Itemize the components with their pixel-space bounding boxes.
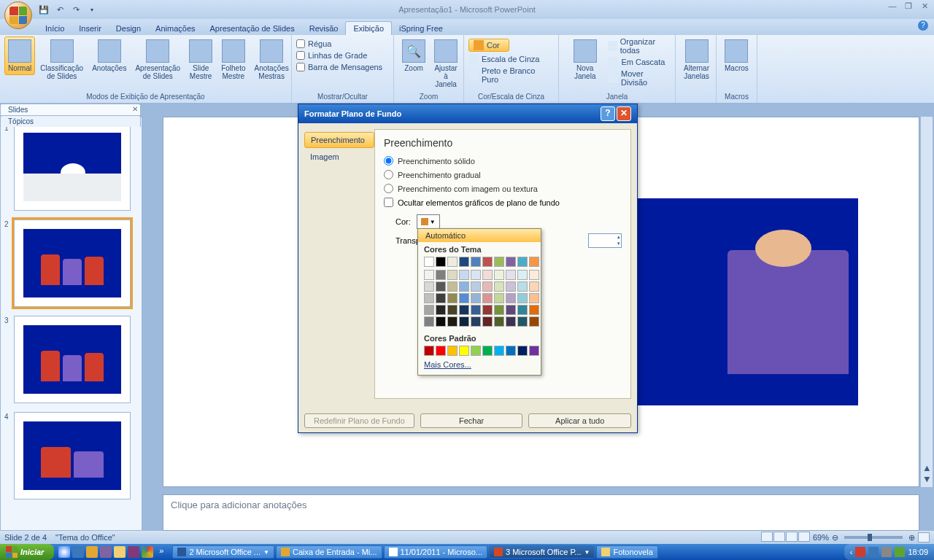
gradient-fill-radio[interactable]: Preenchimento gradual: [384, 170, 622, 179]
color-swatch[interactable]: [517, 257, 528, 267]
zoom-button[interactable]: 🔍Zoom: [398, 36, 429, 75]
ql-explorer-icon[interactable]: [114, 546, 126, 558]
color-swatch[interactable]: [459, 293, 469, 303]
system-tray[interactable]: ‹ 18:09: [844, 544, 934, 560]
color-swatch[interactable]: [459, 305, 469, 315]
color-swatch[interactable]: [436, 281, 446, 292]
cascade-button[interactable]: Em Cascata: [608, 57, 671, 67]
color-swatch[interactable]: [529, 305, 539, 315]
outline-tab[interactable]: Tópicos: [0, 115, 141, 127]
color-swatch[interactable]: [517, 305, 528, 315]
tab-animations[interactable]: Animações: [148, 22, 202, 35]
color-swatch[interactable]: [482, 257, 493, 267]
panel-close-icon[interactable]: ✕: [132, 105, 138, 113]
ql-firefox-icon[interactable]: [86, 546, 98, 558]
color-swatch[interactable]: [529, 270, 539, 280]
tab-design[interactable]: Design: [109, 22, 148, 35]
notes-pane[interactable]: Clique para adicionar anotações: [163, 494, 919, 531]
next-slide-icon[interactable]: ⯆: [921, 475, 933, 486]
slide-master-button[interactable]: Slide Mestre: [185, 36, 216, 83]
clock[interactable]: 18:09: [908, 548, 928, 556]
qat-dropdown-icon[interactable]: ▾: [86, 4, 98, 15]
color-swatch[interactable]: [436, 346, 446, 356]
zoom-slider[interactable]: [844, 536, 903, 539]
ql-onenote-icon[interactable]: [128, 546, 139, 558]
color-swatch[interactable]: [494, 293, 504, 303]
color-swatch[interactable]: [506, 257, 516, 267]
minimize-button[interactable]: —: [886, 1, 899, 12]
color-swatch[interactable]: [424, 305, 434, 315]
zoom-level[interactable]: 69%: [813, 533, 829, 542]
color-swatch[interactable]: [517, 346, 528, 356]
close-dialog-button[interactable]: Fechar: [420, 413, 523, 428]
color-swatch[interactable]: [506, 316, 516, 327]
automatic-color-option[interactable]: Automático: [418, 229, 541, 242]
color-swatch[interactable]: [424, 257, 434, 267]
color-swatch[interactable]: [471, 346, 481, 356]
color-swatch[interactable]: [494, 305, 504, 315]
color-swatch[interactable]: [447, 346, 458, 356]
fit-window-button[interactable]: Ajustar à Janela: [431, 36, 461, 91]
undo-icon[interactable]: ↶: [54, 4, 66, 15]
switch-windows-button[interactable]: Alternar Janelas: [680, 36, 713, 83]
new-window-button[interactable]: Nova Janela: [563, 36, 606, 83]
color-swatch[interactable]: [517, 293, 528, 303]
color-swatch[interactable]: [436, 305, 446, 315]
color-swatch[interactable]: [459, 316, 469, 327]
color-swatch[interactable]: [471, 270, 481, 280]
color-swatch[interactable]: [529, 316, 539, 327]
color-swatch[interactable]: [471, 316, 481, 327]
tray-network-icon[interactable]: [868, 547, 879, 557]
hide-bg-graphics-checkbox[interactable]: Ocultar elementos gráficos de plano de f…: [384, 198, 622, 207]
picture-fill-radio[interactable]: Preenchimento com imagem ou textura: [384, 184, 622, 193]
taskbar-item-powerpoint[interactable]: 3 Microsoft Office P...▼: [489, 545, 595, 559]
dialog-close-button[interactable]: ✕: [617, 106, 631, 121]
color-swatch[interactable]: [482, 270, 493, 280]
color-swatch[interactable]: [529, 293, 539, 303]
color-swatch[interactable]: [471, 257, 481, 267]
ql-chrome-icon[interactable]: [58, 546, 70, 558]
tray-shield-icon[interactable]: [855, 547, 865, 557]
color-swatch[interactable]: [517, 270, 528, 280]
grayscale-button[interactable]: Escala de Cinza: [468, 54, 554, 64]
color-swatch[interactable]: [459, 270, 469, 280]
tray-app-icon[interactable]: [895, 547, 905, 557]
redo-icon[interactable]: ↷: [70, 4, 82, 15]
normal-view-button[interactable]: Normal: [4, 36, 35, 75]
tab-review[interactable]: Revisão: [302, 22, 346, 35]
tab-home[interactable]: Início: [38, 22, 72, 35]
color-swatch[interactable]: [471, 293, 481, 303]
slideshow-button[interactable]: Apresentação de Slides: [131, 36, 184, 83]
zoom-out-icon[interactable]: ⊖: [832, 533, 838, 542]
color-swatch[interactable]: [482, 305, 493, 315]
zoom-in-icon[interactable]: ⊕: [908, 533, 915, 542]
picture-category[interactable]: Imagem: [304, 149, 374, 164]
color-swatch[interactable]: [506, 281, 516, 292]
thumbnail-4[interactable]: 4: [14, 412, 131, 499]
vertical-scrollbar[interactable]: ⯅⯆: [921, 117, 933, 487]
office-button[interactable]: [4, 1, 32, 29]
color-swatch[interactable]: [482, 316, 493, 327]
taskbar-item-word[interactable]: 2 Microsoft Office ...▼: [172, 545, 274, 559]
color-swatch[interactable]: [424, 281, 434, 292]
color-swatch[interactable]: [494, 257, 504, 267]
solid-fill-radio[interactable]: Preenchimento sólido: [384, 156, 622, 166]
ql-app-icon[interactable]: [100, 546, 112, 558]
color-swatch[interactable]: [447, 257, 458, 267]
move-split-button[interactable]: Mover Divisão: [608, 69, 671, 87]
ruler-checkbox[interactable]: Régua: [296, 39, 389, 48]
tab-insert[interactable]: Inserir: [72, 22, 109, 35]
start-button[interactable]: Iniciar: [0, 544, 54, 560]
color-swatch[interactable]: [447, 316, 458, 327]
tab-ispring[interactable]: iSpring Free: [392, 22, 450, 35]
thumbnail-2[interactable]: 2: [14, 219, 131, 307]
color-swatch[interactable]: [447, 293, 458, 303]
color-swatch[interactable]: [424, 316, 434, 327]
fit-to-window-icon[interactable]: [918, 532, 930, 542]
arrange-all-button[interactable]: Organizar todas: [608, 37, 671, 55]
color-swatch[interactable]: [424, 293, 434, 303]
slides-tab[interactable]: Slides: [0, 104, 141, 115]
color-swatch[interactable]: [471, 305, 481, 315]
apply-all-button[interactable]: Aplicar a tudo: [528, 413, 631, 428]
color-swatch[interactable]: [447, 305, 458, 315]
